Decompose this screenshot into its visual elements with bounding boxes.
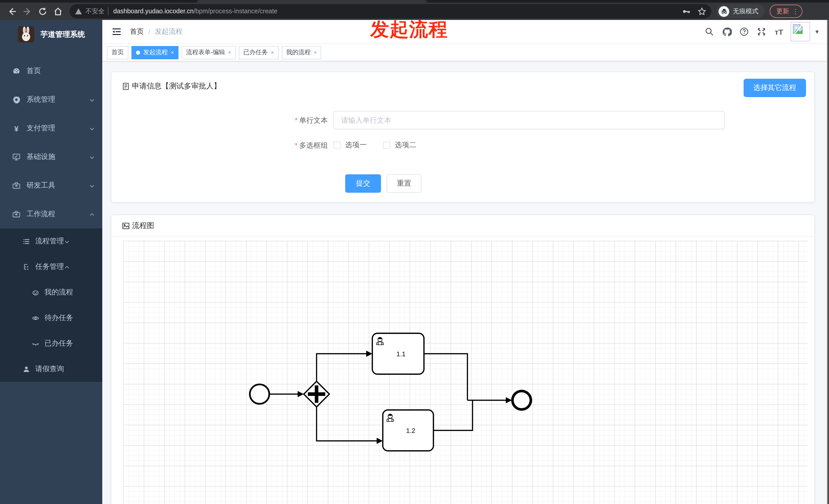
browser-update-button[interactable]: 更新 ⋮ (770, 5, 802, 18)
eye-icon (32, 314, 39, 322)
broken-image-icon (792, 24, 803, 35)
yen-icon: ¥ (12, 124, 21, 132)
tab-label: 已办任务 (243, 48, 268, 57)
sidebar-item-process-mgmt[interactable]: 流程管理 (0, 229, 102, 254)
required-mark: * (295, 141, 298, 149)
chevron-up-icon (89, 211, 95, 217)
text-field-label: *单行文本 (111, 111, 328, 129)
flow-node-icon (23, 263, 30, 271)
chevron-down-icon (89, 125, 95, 131)
user-task-1-1[interactable]: 1.1 (372, 333, 424, 374)
incognito-badge: 无痕模式 (717, 4, 764, 18)
sidebar-item-task-mgmt[interactable]: 任务管理 (0, 254, 102, 280)
close-icon[interactable]: × (314, 49, 317, 55)
tab-home[interactable]: 首页 (107, 46, 129, 59)
start-event[interactable] (250, 384, 269, 404)
forward-icon[interactable] (20, 4, 35, 18)
bpmn-canvas[interactable]: 1.1 1.2 (123, 241, 807, 504)
picture-icon (122, 222, 130, 230)
help-icon[interactable] (735, 23, 753, 40)
choose-other-process-button[interactable]: 选择其它流程 (744, 79, 806, 97)
submit-button[interactable]: 提交 (345, 174, 381, 193)
sidebar-item-dev[interactable]: 研发工具 (0, 171, 102, 200)
close-icon[interactable]: × (171, 49, 174, 55)
single-line-text-input[interactable]: 请输入单行文本 (333, 111, 725, 129)
tab-form-edit[interactable]: 流程表单-编辑× (182, 46, 236, 59)
bookmark-star-icon[interactable] (697, 7, 706, 15)
user-avatar[interactable] (791, 22, 810, 41)
diagram-card-header: 流程图 (111, 215, 814, 237)
sidebar-item-label: 请假查询 (35, 364, 64, 374)
close-icon[interactable]: × (271, 49, 274, 55)
sidebar-item-system[interactable]: 系统管理 (0, 85, 102, 114)
task-label: 1.1 (396, 350, 405, 358)
search-icon[interactable] (700, 23, 718, 40)
checkbox-group: 选项一 选项二 (333, 140, 416, 150)
sidebar-item-label: 已办任务 (44, 339, 73, 348)
user-task-1-2[interactable]: 1.2 (383, 410, 433, 451)
sidebar-item-my-process[interactable]: 我的流程 (0, 280, 102, 305)
sidebar-item-label: 支付管理 (27, 124, 89, 133)
sidebar-collapse-icon[interactable] (111, 27, 122, 37)
password-key-icon[interactable] (682, 7, 690, 15)
chevron-down-icon (89, 96, 95, 103)
github-icon[interactable] (718, 23, 735, 40)
sidebar-item-leave-query[interactable]: 请假查询 (0, 356, 102, 382)
card-title-text: 流程图 (132, 221, 154, 231)
sidebar-item-home[interactable]: 首页 (0, 57, 102, 85)
list-tree-icon (23, 237, 30, 245)
security-warning-icon[interactable] (75, 7, 82, 15)
main-area: 首页 / 发起流程 ᴛT ▼ 首页 发起流程× 流程表单-编辑× 已办任务× 我… (102, 20, 829, 504)
sidebar-item-workflow[interactable]: 工作流程 (0, 200, 102, 229)
close-icon[interactable]: × (228, 49, 231, 55)
tab-my-process[interactable]: 我的流程× (282, 46, 321, 59)
briefcase-icon (12, 210, 21, 218)
font-size-icon[interactable]: ᴛT (770, 23, 788, 40)
browser-menu-dots-icon[interactable]: ⋮ (792, 7, 799, 15)
sidebar-logo[interactable]: 芋道管理系统 (0, 20, 102, 48)
url-bar[interactable]: 不安全 dashboard.yudao.iocoder.cn/bpm/proce… (70, 4, 711, 18)
chevron-down-icon (64, 238, 70, 244)
url-domain: dashboard.yudao.iocoder.cn (113, 8, 193, 15)
reset-button[interactable]: 重置 (387, 174, 422, 193)
sidebar-item-infra[interactable]: 基础设施 (0, 143, 102, 171)
tab-label: 发起流程 (143, 48, 168, 57)
chevron-down-icon (89, 154, 95, 160)
browser-tab-strip (0, 0, 829, 3)
breadcrumb-separator: / (148, 28, 150, 36)
task-label: 1.2 (406, 427, 415, 434)
end-event[interactable] (512, 391, 531, 410)
app-title: 芋道管理系统 (40, 29, 85, 39)
sidebar-item-label: 研发工具 (27, 181, 89, 190)
tab-done-task[interactable]: 已办任务× (239, 46, 279, 59)
caret-down-icon[interactable]: ▼ (814, 29, 820, 35)
back-icon[interactable] (4, 4, 20, 18)
security-label[interactable]: 不安全 (85, 7, 105, 15)
sidebar-item-done-task[interactable]: 已办任务 (0, 331, 102, 356)
checkbox-option2[interactable] (383, 142, 390, 149)
active-dot (136, 50, 140, 54)
fullscreen-icon[interactable] (753, 23, 770, 40)
tags-view-bar: 首页 发起流程× 流程表单-编辑× 已办任务× 我的流程× (102, 44, 829, 61)
app-header: 首页 / 发起流程 ᴛT ▼ (102, 20, 829, 44)
sidebar-item-pay[interactable]: ¥ 支付管理 (0, 114, 102, 143)
gear-icon (12, 95, 21, 104)
home-icon[interactable] (50, 4, 66, 18)
sidebar-item-label: 待办任务 (44, 313, 73, 322)
toolbox-icon (12, 182, 21, 190)
breadcrumb-home[interactable]: 首页 (130, 27, 144, 36)
reload-icon[interactable] (35, 4, 50, 18)
checkbox-option1-label: 选项一 (345, 141, 367, 150)
sidebar-item-todo-task[interactable]: 待办任务 (0, 305, 102, 331)
apply-info-title: 申请信息【测试多审批人】 (122, 81, 221, 91)
window-right-edge (827, 20, 829, 504)
active-tab-top (197, 0, 427, 3)
checkbox-option1[interactable] (333, 142, 340, 149)
bpmn-diagram: 1.1 1.2 (123, 241, 807, 504)
tab-create-process[interactable]: 发起流程× (132, 46, 178, 59)
screenshot-stage: 不安全 dashboard.yudao.iocoder.cn/bpm/proce… (0, 0, 829, 504)
logo-avatar (18, 26, 34, 42)
required-mark: * (295, 116, 298, 124)
parallel-gateway[interactable] (304, 381, 329, 407)
page-content: 申请信息【测试多审批人】 选择其它流程 *单行文本 请输入单行文本 *多选框组 … (102, 61, 829, 504)
